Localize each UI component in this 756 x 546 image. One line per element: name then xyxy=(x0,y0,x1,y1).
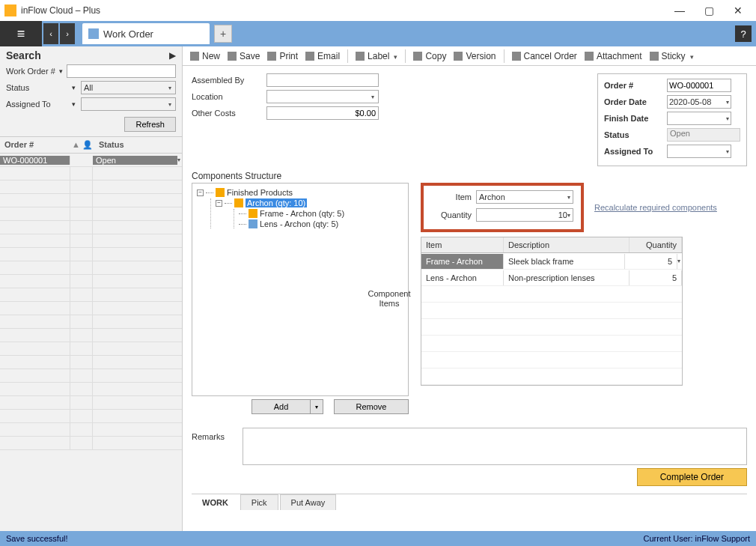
component-items-label: Component Items xyxy=(362,289,416,309)
quantity-input[interactable]: 10 xyxy=(476,208,573,222)
grid-col-qty[interactable]: Quantity xyxy=(630,237,682,252)
tab-icon xyxy=(88,28,99,39)
list-col-order[interactable]: Order # xyxy=(4,140,72,150)
sticky-button[interactable]: Sticky xyxy=(650,51,694,61)
remarks-textarea[interactable] xyxy=(243,428,747,465)
window-close[interactable]: ✕ xyxy=(734,4,743,16)
add-dropdown[interactable]: ▾ xyxy=(310,399,323,414)
other-costs-input[interactable] xyxy=(266,106,379,120)
component-icon xyxy=(249,219,257,228)
email-icon xyxy=(305,52,314,61)
grid-col-desc[interactable]: Description xyxy=(504,237,630,252)
new-icon xyxy=(190,52,199,61)
copy-icon xyxy=(413,52,422,61)
list-col-status[interactable]: Status xyxy=(99,140,177,150)
field-options-icon[interactable]: ▾ xyxy=(72,84,78,91)
recalculate-link[interactable]: Recalculate required components xyxy=(594,203,717,212)
add-button-group[interactable]: Add ▾ xyxy=(252,399,323,414)
attachment-button[interactable]: Attachment xyxy=(585,51,642,61)
component-icon xyxy=(249,209,257,218)
tab-work[interactable]: WORK xyxy=(192,495,239,510)
new-button[interactable]: New xyxy=(190,51,220,61)
window-minimize[interactable]: — xyxy=(674,4,685,16)
folder-icon xyxy=(216,188,225,197)
search-assignedto-label: Assigned To xyxy=(6,100,69,109)
components-heading: Components Structure xyxy=(192,171,747,181)
grid-row[interactable]: Frame - Archon Sleek black frame 5 xyxy=(421,253,682,270)
order-date-label: Order Date xyxy=(604,97,667,106)
attachment-icon xyxy=(585,52,594,61)
menubar: ≡ ‹ › Work Order + ? xyxy=(0,21,756,46)
sticky-icon xyxy=(650,52,659,61)
save-button[interactable]: Save xyxy=(228,51,260,61)
remarks-label: Remarks xyxy=(192,428,237,465)
complete-order-button[interactable]: Complete Order xyxy=(637,468,747,486)
item-label: Item xyxy=(431,192,472,201)
tab-work-order[interactable]: Work Order xyxy=(82,23,210,44)
tab-putaway[interactable]: Put Away xyxy=(280,494,337,510)
form-left: Assembled By Location Other Costs xyxy=(192,73,416,166)
tree-child[interactable]: Frame - Archon (qty: 5) xyxy=(239,209,403,218)
product-icon xyxy=(234,198,243,207)
assembled-by-input[interactable] xyxy=(266,73,379,87)
search-sidebar: Search ▶ Work Order # ▾ Status ▾ All Ass… xyxy=(0,46,183,546)
window-titlebar: inFlow Cloud – Plus — ▢ ✕ xyxy=(0,0,756,21)
tab-add[interactable]: + xyxy=(214,25,232,43)
cancel-order-button[interactable]: Cancel Order xyxy=(512,51,577,61)
label-icon xyxy=(356,52,365,61)
field-options-icon[interactable]: ▾ xyxy=(72,100,78,108)
bottom-tabs: WORK Pick Put Away xyxy=(192,494,747,510)
status-label: Status xyxy=(604,130,667,139)
search-workorder-input[interactable] xyxy=(67,64,176,78)
search-workorder-label: Work Order # xyxy=(6,67,56,76)
tree-root[interactable]: − Finished Products xyxy=(197,188,403,197)
window-maximize[interactable]: ▢ xyxy=(704,4,714,16)
assignedto-label: Assigned To xyxy=(604,147,667,156)
finish-date-label: Finish Date xyxy=(604,114,667,123)
item-select[interactable]: Archon xyxy=(476,190,573,204)
search-results-list: WO-000001 Open xyxy=(0,154,182,450)
add-button[interactable]: Add xyxy=(252,399,310,414)
tree-child[interactable]: Lens - Archon (qty: 5) xyxy=(239,219,403,228)
tab-pick[interactable]: Pick xyxy=(240,494,278,510)
order-no-label: Order # xyxy=(604,81,667,90)
grid-col-item[interactable]: Item xyxy=(421,237,504,252)
nav-forward[interactable]: › xyxy=(60,23,75,44)
nav-back[interactable]: ‹ xyxy=(43,23,58,44)
app-icon xyxy=(4,4,16,16)
component-items-grid: Item Description Quantity Frame - Archon… xyxy=(421,237,683,386)
finish-date-input[interactable] xyxy=(667,112,731,125)
status-message: Save successful! xyxy=(6,534,68,543)
search-assignedto-select[interactable] xyxy=(81,97,176,111)
search-status-select[interactable]: All xyxy=(81,81,176,94)
print-icon xyxy=(267,52,276,61)
order-no-input[interactable] xyxy=(667,79,731,92)
email-button[interactable]: Email xyxy=(305,51,340,61)
search-heading: Search xyxy=(6,49,41,61)
remove-button[interactable]: Remove xyxy=(334,399,409,414)
assignedto-select[interactable] xyxy=(667,145,731,158)
location-select[interactable] xyxy=(266,90,379,103)
order-info-panel: Order # Order Date2020-05-08 Finish Date… xyxy=(597,73,747,166)
copy-button[interactable]: Copy xyxy=(413,51,446,61)
refresh-button[interactable]: Refresh xyxy=(124,117,176,132)
tree-product[interactable]: − Archon (qty: 10) xyxy=(216,198,403,207)
print-button[interactable]: Print xyxy=(267,51,298,61)
list-item[interactable]: WO-000001 Open xyxy=(0,154,182,167)
help-button[interactable]: ? xyxy=(735,25,752,42)
label-button[interactable]: Label xyxy=(356,51,397,61)
item-qty-highlight: Item Archon Quantity 10 xyxy=(421,183,584,232)
grid-row[interactable]: Lens - Archon Non-prescription lenses 5 xyxy=(421,270,682,286)
status-value: Open xyxy=(667,128,740,142)
save-icon xyxy=(228,52,237,61)
other-costs-label: Other Costs xyxy=(192,109,266,118)
work-area: New Save Print Email Label Copy Version … xyxy=(183,46,756,546)
window-title: inFlow Cloud – Plus xyxy=(21,5,100,16)
hamburger-menu[interactable]: ≡ xyxy=(0,21,42,46)
cancel-icon xyxy=(512,52,521,61)
list-sort-icons[interactable]: ▲ 👤 xyxy=(72,140,99,150)
search-collapse-icon[interactable]: ▶ xyxy=(169,50,176,61)
field-options-icon[interactable]: ▾ xyxy=(59,67,64,75)
version-button[interactable]: Version xyxy=(454,51,496,61)
order-date-input[interactable]: 2020-05-08 xyxy=(667,95,731,109)
